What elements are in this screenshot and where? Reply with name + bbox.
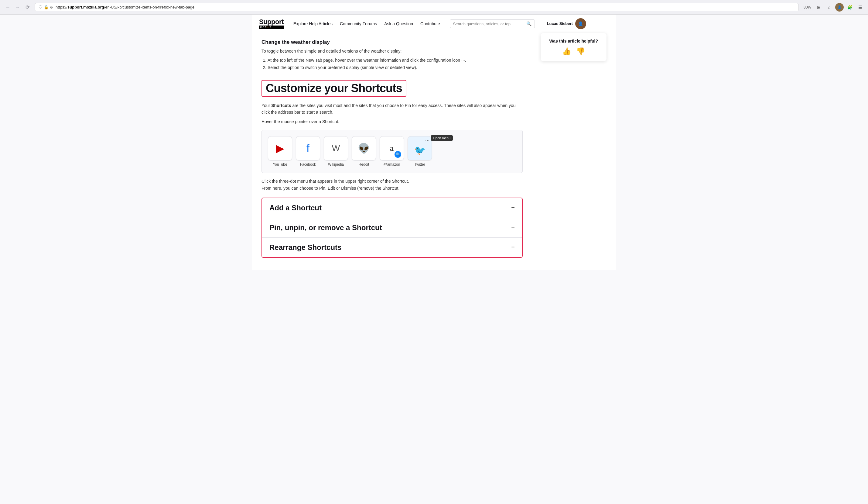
add-shortcut-title: Add a Shortcut [269, 204, 322, 212]
menu-button[interactable]: ☰ [856, 3, 864, 12]
bookmark-button[interactable]: ☆ [825, 3, 833, 12]
thumbs-up-button[interactable]: 👍 [562, 47, 571, 56]
shortcut-youtube: ▶ YouTube [268, 136, 292, 167]
pin-shortcut-title: Pin, unpin, or remove a Shortcut [269, 223, 382, 232]
shortcut-facebook: f Facebook [296, 136, 320, 167]
rearrange-shortcut-expand-icon: + [511, 244, 515, 251]
click-instruction-2: From here, you can choose to Pin, Edit o… [261, 185, 523, 192]
click-instructions: Click the three-dot menu that appears in… [261, 178, 523, 192]
helpful-title: Was this article helpful? [549, 39, 598, 43]
hover-instruction: Hover the mouse pointer over a Shortcut. [261, 118, 523, 125]
nav-links: Explore Help Articles Community Forums A… [293, 21, 440, 26]
shortcut-label-youtube: YouTube [273, 162, 287, 167]
pin-shortcut-expand-icon: + [511, 224, 515, 231]
click-instruction-1: Click the three-dot menu that appears in… [261, 178, 523, 184]
youtube-icon: ▶ [276, 142, 284, 155]
site-logo[interactable]: Support moz://a [259, 19, 284, 29]
back-button[interactable]: ← [4, 3, 12, 12]
shortcuts-bold: Shortcuts [271, 103, 291, 108]
rearrange-shortcut-title: Rearrange Shortcuts [269, 243, 341, 252]
shortcut-label-amazon: @amazon [384, 162, 400, 167]
weather-step-2: Select the option to switch your preferr… [268, 64, 523, 71]
shortcut-twitter: ··· 🐦 Open menu Twitter [407, 136, 432, 167]
main-content: Was this article helpful? 👍 👎 Change the… [252, 33, 616, 270]
thumbs-down-button[interactable]: 👎 [576, 47, 585, 56]
shortcut-icon-twitter: ··· 🐦 Open menu [407, 136, 432, 161]
shortcut-wikipedia: W Wikipedia [324, 136, 348, 167]
facebook-icon: f [307, 142, 309, 155]
shortcuts-intro-para: Your Shortcuts are the sites you visit m… [261, 102, 523, 116]
weather-section-heading: Change the weather display [261, 39, 523, 45]
shortcut-icon-youtube: ▶ [268, 136, 292, 161]
top-nav: Support moz://a Explore Help Articles Co… [252, 14, 616, 33]
shield-icon: 🛡 [39, 5, 42, 9]
logo-support-text: Support [259, 19, 284, 25]
user-info: Lucas Siebert 👤 [547, 18, 586, 29]
page-wrapper: Support moz://a Explore Help Articles Co… [252, 14, 616, 270]
nav-link-contribute[interactable]: Contribute [420, 21, 440, 26]
search-icon: 🔍 [526, 21, 531, 26]
add-shortcut-expand-icon: + [511, 204, 515, 211]
extensions-button[interactable]: 🧩 [846, 3, 854, 12]
weather-step-1: At the top left of the New Tab page, hov… [268, 57, 523, 64]
twitter-icon: 🐦 [414, 145, 425, 155]
expandable-rearrange-shortcut[interactable]: Rearrange Shortcuts + [262, 238, 522, 257]
shortcut-label-facebook: Facebook [300, 162, 316, 167]
amazon-icon: a [390, 144, 394, 153]
shortcut-icon-reddit: 👽 [352, 136, 376, 161]
shortcut-label-wikipedia: Wikipedia [328, 162, 344, 167]
shortcuts-intro-text: are the sites you visit most and the sit… [261, 103, 516, 114]
shortcuts-demo: ▶ YouTube f Facebook W Wikipedia [261, 130, 523, 173]
helpful-buttons: 👍 👎 [549, 47, 598, 56]
shortcut-icon-amazon: a 🔍 [380, 136, 404, 161]
forward-button[interactable]: → [13, 3, 22, 12]
url-display: https://support.mozilla.org/en-US/kb/cus… [55, 5, 795, 9]
weather-steps-list: At the top left of the New Tab page, hov… [268, 57, 523, 71]
shortcut-icon-facebook: f [296, 136, 320, 161]
main-article-heading: Customize your Shortcuts [266, 82, 402, 95]
lock-icon: 🔒 [44, 5, 49, 9]
address-bar-security-icons: 🛡 🔒 ⚙ [39, 5, 53, 9]
expandable-add-shortcut[interactable]: Add a Shortcut + [262, 198, 522, 218]
browser-chrome: ← → ⟳ 🛡 🔒 ⚙ https://support.mozilla.org/… [0, 0, 868, 14]
nav-link-ask[interactable]: Ask a Question [384, 21, 413, 26]
nav-link-forums[interactable]: Community Forums [340, 21, 377, 26]
weather-intro-para: To toggle between the simple and detaile… [261, 48, 523, 54]
url-path: /en-US/kb/customize-items-on-firefox-new… [104, 5, 195, 9]
shortcut-label-twitter: Twitter [414, 162, 425, 167]
browser-nav-buttons: ← → ⟳ [4, 3, 32, 12]
zoom-level: 80% [802, 4, 813, 10]
browser-toolbar: 80% ⊞ ☆ 👤 🧩 ☰ [802, 3, 864, 12]
helpful-box: Was this article helpful? 👍 👎 [540, 33, 607, 61]
logo-mozilla-text: moz://a [259, 26, 284, 29]
expandable-sections-box: Add a Shortcut + Pin, unpin, or remove a… [261, 198, 523, 258]
wikipedia-icon: W [332, 143, 340, 153]
grid-button[interactable]: ⊞ [815, 3, 823, 12]
shortcut-amazon: a 🔍 @amazon [380, 136, 404, 167]
user-avatar[interactable]: 👤 [575, 18, 586, 29]
shortcut-label-reddit: Reddit [359, 162, 369, 167]
site-info-icon: ⚙ [50, 5, 53, 9]
shortcut-icon-wikipedia: W [324, 136, 348, 161]
shortcut-reddit: 👽 Reddit [352, 136, 376, 167]
article-section: Change the weather display To toggle bet… [261, 39, 523, 258]
url-domain: support.mozilla.org [68, 5, 104, 9]
reddit-icon: 👽 [358, 143, 370, 154]
profile-avatar[interactable]: 👤 [835, 3, 844, 12]
main-article-heading-box: Customize your Shortcuts [261, 80, 406, 97]
search-input[interactable] [453, 22, 525, 26]
search-overlay-icon: 🔍 [394, 151, 401, 158]
open-menu-tooltip: Open menu [431, 135, 453, 141]
nav-link-explore[interactable]: Explore Help Articles [293, 21, 333, 26]
refresh-button[interactable]: ⟳ [23, 3, 32, 12]
address-bar[interactable]: 🛡 🔒 ⚙ https://support.mozilla.org/en-US/… [35, 3, 799, 11]
search-bar[interactable]: 🔍 [450, 19, 535, 28]
user-name: Lucas Siebert [547, 21, 573, 26]
expandable-pin-shortcut[interactable]: Pin, unpin, or remove a Shortcut + [262, 218, 522, 238]
